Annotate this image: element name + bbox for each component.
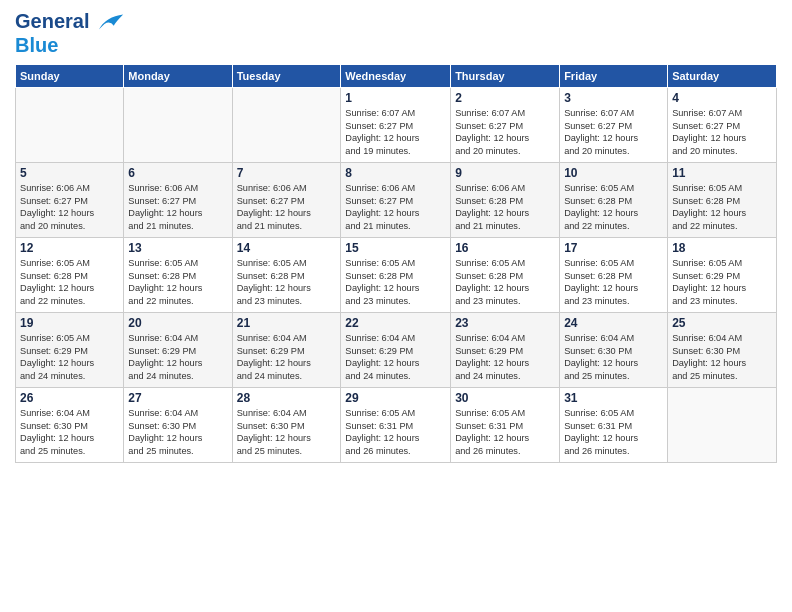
logo: General Blue <box>15 10 125 56</box>
weekday-header-saturday: Saturday <box>668 64 777 87</box>
calendar-cell: 30Sunrise: 6:05 AM Sunset: 6:31 PM Dayli… <box>451 387 560 462</box>
day-number: 13 <box>128 241 227 255</box>
calendar-week-4: 19Sunrise: 6:05 AM Sunset: 6:29 PM Dayli… <box>16 312 777 387</box>
calendar-cell: 7Sunrise: 6:06 AM Sunset: 6:27 PM Daylig… <box>232 162 341 237</box>
day-info: Sunrise: 6:05 AM Sunset: 6:28 PM Dayligh… <box>128 257 227 309</box>
day-info: Sunrise: 6:05 AM Sunset: 6:28 PM Dayligh… <box>345 257 446 309</box>
day-number: 3 <box>564 91 663 105</box>
day-number: 8 <box>345 166 446 180</box>
calendar-week-2: 5Sunrise: 6:06 AM Sunset: 6:27 PM Daylig… <box>16 162 777 237</box>
day-number: 28 <box>237 391 337 405</box>
calendar-cell <box>232 87 341 162</box>
calendar-cell: 23Sunrise: 6:04 AM Sunset: 6:29 PM Dayli… <box>451 312 560 387</box>
day-number: 11 <box>672 166 772 180</box>
day-info: Sunrise: 6:04 AM Sunset: 6:30 PM Dayligh… <box>128 407 227 459</box>
calendar-cell: 18Sunrise: 6:05 AM Sunset: 6:29 PM Dayli… <box>668 237 777 312</box>
calendar-cell: 11Sunrise: 6:05 AM Sunset: 6:28 PM Dayli… <box>668 162 777 237</box>
day-info: Sunrise: 6:05 AM Sunset: 6:31 PM Dayligh… <box>345 407 446 459</box>
day-number: 5 <box>20 166 119 180</box>
day-info: Sunrise: 6:04 AM Sunset: 6:30 PM Dayligh… <box>672 332 772 384</box>
day-info: Sunrise: 6:04 AM Sunset: 6:30 PM Dayligh… <box>20 407 119 459</box>
day-info: Sunrise: 6:05 AM Sunset: 6:28 PM Dayligh… <box>237 257 337 309</box>
day-info: Sunrise: 6:07 AM Sunset: 6:27 PM Dayligh… <box>672 107 772 159</box>
calendar-cell: 27Sunrise: 6:04 AM Sunset: 6:30 PM Dayli… <box>124 387 232 462</box>
calendar-cell: 2Sunrise: 6:07 AM Sunset: 6:27 PM Daylig… <box>451 87 560 162</box>
day-number: 18 <box>672 241 772 255</box>
day-number: 30 <box>455 391 555 405</box>
day-number: 7 <box>237 166 337 180</box>
calendar-cell: 25Sunrise: 6:04 AM Sunset: 6:30 PM Dayli… <box>668 312 777 387</box>
day-number: 2 <box>455 91 555 105</box>
day-number: 20 <box>128 316 227 330</box>
day-number: 21 <box>237 316 337 330</box>
day-info: Sunrise: 6:06 AM Sunset: 6:27 PM Dayligh… <box>345 182 446 234</box>
weekday-header-thursday: Thursday <box>451 64 560 87</box>
day-info: Sunrise: 6:05 AM Sunset: 6:28 PM Dayligh… <box>672 182 772 234</box>
day-info: Sunrise: 6:04 AM Sunset: 6:29 PM Dayligh… <box>237 332 337 384</box>
day-number: 12 <box>20 241 119 255</box>
weekday-header-monday: Monday <box>124 64 232 87</box>
day-info: Sunrise: 6:05 AM Sunset: 6:29 PM Dayligh… <box>672 257 772 309</box>
calendar-cell: 13Sunrise: 6:05 AM Sunset: 6:28 PM Dayli… <box>124 237 232 312</box>
calendar-cell <box>124 87 232 162</box>
logo-text: General <box>15 10 125 34</box>
day-info: Sunrise: 6:04 AM Sunset: 6:29 PM Dayligh… <box>345 332 446 384</box>
calendar-cell: 24Sunrise: 6:04 AM Sunset: 6:30 PM Dayli… <box>560 312 668 387</box>
day-info: Sunrise: 6:05 AM Sunset: 6:28 PM Dayligh… <box>564 257 663 309</box>
day-number: 29 <box>345 391 446 405</box>
calendar-header-row: SundayMondayTuesdayWednesdayThursdayFrid… <box>16 64 777 87</box>
calendar-week-5: 26Sunrise: 6:04 AM Sunset: 6:30 PM Dayli… <box>16 387 777 462</box>
calendar-week-3: 12Sunrise: 6:05 AM Sunset: 6:28 PM Dayli… <box>16 237 777 312</box>
calendar-cell: 12Sunrise: 6:05 AM Sunset: 6:28 PM Dayli… <box>16 237 124 312</box>
calendar-week-1: 1Sunrise: 6:07 AM Sunset: 6:27 PM Daylig… <box>16 87 777 162</box>
calendar-cell: 28Sunrise: 6:04 AM Sunset: 6:30 PM Dayli… <box>232 387 341 462</box>
day-info: Sunrise: 6:06 AM Sunset: 6:27 PM Dayligh… <box>20 182 119 234</box>
day-info: Sunrise: 6:04 AM Sunset: 6:29 PM Dayligh… <box>455 332 555 384</box>
day-info: Sunrise: 6:05 AM Sunset: 6:31 PM Dayligh… <box>564 407 663 459</box>
calendar-cell: 22Sunrise: 6:04 AM Sunset: 6:29 PM Dayli… <box>341 312 451 387</box>
day-info: Sunrise: 6:05 AM Sunset: 6:28 PM Dayligh… <box>20 257 119 309</box>
header: General Blue <box>15 10 777 56</box>
day-number: 17 <box>564 241 663 255</box>
day-number: 16 <box>455 241 555 255</box>
day-number: 10 <box>564 166 663 180</box>
calendar-cell: 10Sunrise: 6:05 AM Sunset: 6:28 PM Dayli… <box>560 162 668 237</box>
calendar-cell <box>16 87 124 162</box>
calendar-cell <box>668 387 777 462</box>
calendar-table: SundayMondayTuesdayWednesdayThursdayFrid… <box>15 64 777 463</box>
day-info: Sunrise: 6:07 AM Sunset: 6:27 PM Dayligh… <box>564 107 663 159</box>
calendar-cell: 31Sunrise: 6:05 AM Sunset: 6:31 PM Dayli… <box>560 387 668 462</box>
day-info: Sunrise: 6:06 AM Sunset: 6:27 PM Dayligh… <box>237 182 337 234</box>
day-number: 22 <box>345 316 446 330</box>
calendar-cell: 9Sunrise: 6:06 AM Sunset: 6:28 PM Daylig… <box>451 162 560 237</box>
day-info: Sunrise: 6:06 AM Sunset: 6:28 PM Dayligh… <box>455 182 555 234</box>
day-number: 9 <box>455 166 555 180</box>
day-number: 1 <box>345 91 446 105</box>
logo-bird-icon <box>97 12 125 34</box>
calendar-cell: 14Sunrise: 6:05 AM Sunset: 6:28 PM Dayli… <box>232 237 341 312</box>
calendar-cell: 15Sunrise: 6:05 AM Sunset: 6:28 PM Dayli… <box>341 237 451 312</box>
weekday-header-wednesday: Wednesday <box>341 64 451 87</box>
day-number: 15 <box>345 241 446 255</box>
calendar-cell: 26Sunrise: 6:04 AM Sunset: 6:30 PM Dayli… <box>16 387 124 462</box>
weekday-header-friday: Friday <box>560 64 668 87</box>
day-number: 24 <box>564 316 663 330</box>
day-number: 4 <box>672 91 772 105</box>
day-info: Sunrise: 6:05 AM Sunset: 6:28 PM Dayligh… <box>564 182 663 234</box>
day-info: Sunrise: 6:04 AM Sunset: 6:30 PM Dayligh… <box>237 407 337 459</box>
calendar-cell: 21Sunrise: 6:04 AM Sunset: 6:29 PM Dayli… <box>232 312 341 387</box>
calendar-cell: 16Sunrise: 6:05 AM Sunset: 6:28 PM Dayli… <box>451 237 560 312</box>
day-info: Sunrise: 6:04 AM Sunset: 6:29 PM Dayligh… <box>128 332 227 384</box>
day-number: 26 <box>20 391 119 405</box>
calendar-cell: 4Sunrise: 6:07 AM Sunset: 6:27 PM Daylig… <box>668 87 777 162</box>
day-info: Sunrise: 6:05 AM Sunset: 6:28 PM Dayligh… <box>455 257 555 309</box>
weekday-header-sunday: Sunday <box>16 64 124 87</box>
calendar-cell: 3Sunrise: 6:07 AM Sunset: 6:27 PM Daylig… <box>560 87 668 162</box>
day-number: 6 <box>128 166 227 180</box>
page: General Blue SundayMondayTuesdayWednesda… <box>0 0 792 612</box>
day-info: Sunrise: 6:04 AM Sunset: 6:30 PM Dayligh… <box>564 332 663 384</box>
calendar-cell: 29Sunrise: 6:05 AM Sunset: 6:31 PM Dayli… <box>341 387 451 462</box>
day-number: 23 <box>455 316 555 330</box>
logo-blue: Blue <box>15 34 125 56</box>
day-number: 14 <box>237 241 337 255</box>
